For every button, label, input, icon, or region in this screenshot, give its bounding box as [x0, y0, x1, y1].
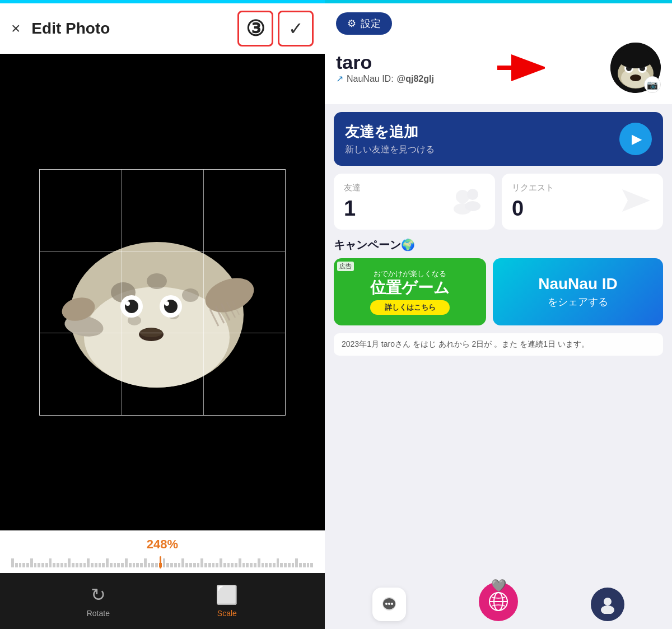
svg-point-23: [140, 328, 162, 337]
tick: [303, 563, 306, 567]
tick: [49, 558, 52, 567]
scale-label: Scale: [217, 609, 237, 618]
friends-card[interactable]: 友達 1: [334, 174, 495, 230]
requests-label: リクエスト: [512, 183, 554, 193]
svg-point-5: [182, 288, 199, 302]
tick: [140, 563, 143, 567]
tick: [181, 558, 184, 567]
tick: [72, 563, 74, 567]
svg-point-49: [604, 598, 612, 605]
scale-bar: 248%: [0, 530, 325, 573]
scale-slider[interactable]: [11, 555, 314, 569]
tick: [197, 563, 200, 567]
requests-icon: [619, 187, 653, 217]
globe-icon: [488, 591, 508, 612]
tick: [254, 563, 256, 567]
campaign-cards: 広告 おでかけが楽しくなる 位置ゲーム 詳しくはこちら NauNau ID をシ…: [334, 258, 663, 325]
svg-point-44: [388, 603, 390, 605]
share-text: をシェアする: [548, 295, 608, 309]
avatar-container: 📷: [610, 43, 661, 93]
nau-id-label: NauNau ID:: [347, 74, 394, 84]
tick: [189, 563, 192, 567]
svg-rect-35: [618, 58, 654, 64]
tick: [235, 563, 237, 567]
tick: [57, 563, 59, 567]
stats-row: 友達 1 リクエスト 0: [334, 174, 663, 230]
username: taro: [336, 52, 434, 73]
requests-count: 0: [512, 197, 554, 221]
tick: [155, 563, 158, 567]
profile-button[interactable]: [591, 588, 624, 621]
tick: [133, 563, 136, 567]
tick: [114, 563, 116, 567]
rotate-tool[interactable]: ↻ Rotate: [87, 584, 110, 618]
tick: [53, 563, 55, 567]
svg-marker-40: [622, 189, 650, 212]
tick: [76, 563, 78, 567]
arrow-graphic: [494, 54, 545, 82]
tick: [99, 563, 101, 567]
tick: [151, 563, 154, 567]
tick: [30, 558, 33, 567]
tick: [223, 563, 226, 567]
tick: [144, 558, 147, 567]
scale-percent: 248%: [11, 537, 314, 552]
tick: [178, 563, 181, 567]
campaign-card-green[interactable]: 広告 おでかけが楽しくなる 位置ゲーム 詳しくはこちら: [334, 258, 486, 325]
friends-info: 友達 1: [344, 183, 361, 221]
tick: [117, 563, 120, 567]
tick: [163, 558, 166, 567]
tick: [310, 563, 313, 567]
banner-text: 友達を追加 新しい友達を見つける: [345, 122, 435, 156]
tick: [68, 558, 71, 567]
campaign-card-blue[interactable]: NauNau ID をシェアする: [493, 258, 663, 325]
friends-count: 1: [344, 197, 361, 221]
tick: [26, 563, 29, 567]
tick: [38, 563, 40, 567]
tick: [216, 563, 218, 567]
settings-label: 設定: [361, 17, 381, 30]
close-button[interactable]: ×: [11, 20, 20, 38]
confirm-button[interactable]: ✓: [278, 11, 314, 46]
heart-icon: 🩶: [491, 579, 506, 593]
svg-point-45: [391, 603, 393, 605]
friends-icon: [451, 187, 485, 217]
tick: [204, 563, 207, 567]
camera-badge[interactable]: 📷: [644, 76, 661, 93]
tick: [277, 558, 279, 567]
tick: [265, 563, 268, 567]
svg-point-33: [630, 74, 641, 81]
bottom-toolbar: ↻ Rotate ⬜ Scale: [0, 573, 325, 629]
chat-button[interactable]: [372, 588, 406, 621]
image-container[interactable]: [17, 102, 308, 483]
tick: [200, 558, 203, 567]
profile-row: taro ↗ NauNau ID: @qj82glj: [336, 43, 661, 93]
settings-button[interactable]: ⚙ 設定: [336, 12, 392, 35]
tick: [250, 563, 253, 567]
tick: [22, 563, 25, 567]
center-nav-button[interactable]: 🩶: [479, 582, 518, 621]
tick: [110, 563, 113, 567]
play-icon: ▶: [632, 131, 642, 147]
friends-label: 友達: [344, 183, 361, 193]
tick: [295, 558, 298, 567]
tick: [280, 563, 283, 567]
page-title: Edit Photo: [31, 20, 237, 38]
share-icon: ↗: [336, 73, 343, 84]
tick: [34, 563, 37, 567]
scale-tool[interactable]: ⬜ Scale: [216, 584, 238, 618]
ad-badge: 広告: [337, 262, 354, 271]
requests-card[interactable]: リクエスト 0: [502, 174, 663, 230]
add-friends-banner[interactable]: 友達を追加 新しい友達を見つける ▶: [334, 112, 663, 166]
svg-point-18: [125, 301, 130, 306]
green-card-btn[interactable]: 詳しくはこちら: [370, 300, 450, 315]
svg-point-39: [465, 201, 480, 211]
chat-icon: [380, 595, 398, 613]
tick: [212, 563, 215, 567]
tick: [45, 563, 48, 567]
campaign-section: キャンペーン🌍 広告 おでかけが楽しくなる 位置ゲーム 詳しくはこちら NauN…: [334, 237, 663, 325]
tick: [129, 563, 132, 567]
tick: [19, 563, 22, 567]
play-button[interactable]: ▶: [619, 123, 652, 155]
slider-indicator: [160, 556, 161, 569]
